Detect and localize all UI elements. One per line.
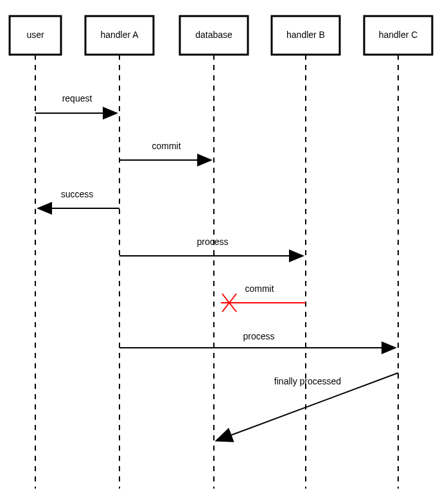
participant-handler-b: handler B (272, 16, 340, 55)
message-commit-1: commit (119, 141, 210, 160)
message-label: process (243, 331, 274, 341)
participant-handler-a: handler A (85, 16, 153, 55)
message-label: request (62, 93, 92, 104)
participant-label: handler A (100, 30, 139, 40)
participant-label: handler B (286, 30, 325, 40)
sequence-diagram: user handler A database handler B handle… (0, 0, 447, 504)
message-label: process (197, 237, 228, 247)
message-process-1: process (119, 237, 302, 256)
participant-handler-c: handler C (364, 16, 432, 55)
participant-label: database (195, 30, 232, 40)
message-request: request (35, 93, 116, 113)
message-finally-processed: finally processed (217, 373, 398, 440)
participant-database: database (180, 16, 248, 55)
participant-user: user (10, 16, 61, 55)
participant-label: user (26, 30, 44, 40)
participant-label: handler C (379, 30, 418, 40)
message-commit-failed: commit (221, 284, 306, 312)
message-label: commit (152, 141, 180, 151)
message-label: commit (245, 284, 274, 294)
message-process-2: process (119, 331, 394, 348)
message-label: success (61, 189, 94, 199)
message-label: finally processed (274, 376, 341, 386)
message-success: success (39, 189, 119, 208)
